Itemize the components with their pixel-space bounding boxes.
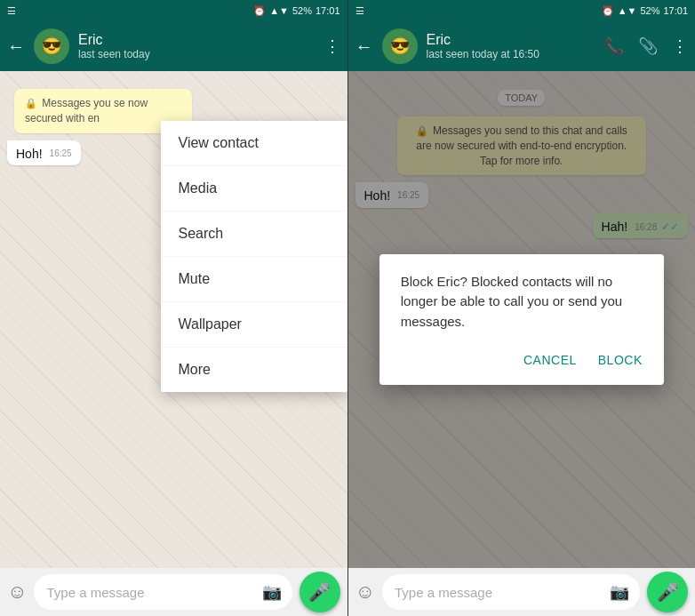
left-input-placeholder[interactable]: Type a message [46, 585, 144, 600]
left-emoji-button[interactable]: ☺ [7, 580, 27, 604]
right-header-info: Eric last seen today at 16:50 [427, 32, 596, 60]
dropdown-view-contact[interactable]: View contact [161, 121, 348, 166]
left-avatar-emoji: 😎 [42, 36, 61, 56]
right-time: 17:01 [663, 5, 688, 16]
block-dialog-actions: CANCEL BLOCK [401, 349, 643, 371]
left-contact-name[interactable]: Eric [78, 32, 316, 48]
dropdown-wallpaper[interactable]: Wallpaper [161, 302, 348, 348]
left-signal-icon: ▲▼ [269, 5, 289, 16]
right-mic-icon: 🎤 [657, 581, 679, 603]
block-button[interactable]: BLOCK [598, 349, 643, 371]
right-header-icons: 📞 📎 ⋮ [604, 36, 688, 56]
right-alarm-icon: ⏰ [602, 5, 614, 17]
left-more-icon[interactable]: ⋮ [324, 36, 340, 56]
left-dropdown-menu: View contact Media Search Mute Wallpaper… [161, 121, 348, 392]
right-contact-status: last seen today at 16:50 [427, 48, 596, 60]
left-status-right: ⏰ ▲▼ 52% 17:01 [253, 5, 340, 17]
right-emoji-button[interactable]: ☺ [355, 580, 375, 604]
dropdown-mute[interactable]: Mute [161, 257, 348, 302]
left-input-field-container: Type a message 📷 [34, 574, 292, 610]
right-mic-button[interactable]: 🎤 [647, 572, 688, 612]
left-mic-icon: 🎤 [308, 581, 331, 603]
left-bubble-1[interactable]: Hoh! 16:25 [7, 140, 81, 165]
left-header-icons: ⋮ [324, 36, 340, 56]
right-attach-icon[interactable]: 📎 [638, 36, 658, 56]
block-dialog-overlay: Block Eric? Blocked contacts will no lon… [348, 71, 696, 568]
right-status-left: ☰ [355, 5, 364, 17]
left-header-info: Eric last seen today [78, 32, 316, 60]
right-chat-bg: TODAY 🔒 Messages you send to this chat a… [348, 71, 696, 568]
left-status-bar: ☰ ⏰ ▲▼ 52% 17:01 [0, 0, 348, 21]
left-encryption-text: Messages you se now secured with en [25, 97, 148, 124]
right-avatar[interactable]: 😎 [382, 28, 418, 64]
right-notification-icon: ☰ [355, 5, 364, 17]
right-panel: ☰ ⏰ ▲▼ 52% 17:01 ← 😎 Eric last seen toda… [348, 0, 696, 616]
left-camera-icon[interactable]: 📷 [262, 582, 282, 602]
left-contact-status: last seen today [78, 48, 316, 60]
left-input-bar: ☺ Type a message 📷 🎤 [0, 568, 348, 616]
right-chat-header: ← 😎 Eric last seen today at 16:50 📞 📎 ⋮ [348, 21, 696, 71]
right-input-placeholder[interactable]: Type a message [395, 585, 492, 600]
block-dialog-text: Block Eric? Blocked contacts will no lon… [401, 272, 643, 332]
right-signal-icon: ▲▼ [618, 5, 637, 16]
right-input-bar: ☺ Type a message 📷 🎤 [348, 568, 696, 616]
right-avatar-emoji: 😎 [390, 36, 410, 56]
block-dialog: Block Eric? Blocked contacts will no lon… [379, 254, 664, 386]
right-status-bar: ☰ ⏰ ▲▼ 52% 17:01 [348, 0, 696, 21]
left-status-left: ☰ [7, 5, 16, 17]
left-avatar[interactable]: 😎 [34, 28, 69, 64]
right-camera-icon[interactable]: 📷 [610, 582, 629, 602]
left-mic-button[interactable]: 🎤 [300, 572, 340, 612]
dropdown-search[interactable]: Search [161, 212, 348, 257]
right-phone-icon[interactable]: 📞 [604, 36, 624, 56]
cancel-button[interactable]: CANCEL [523, 349, 577, 371]
right-input-field-container: Type a message 📷 [382, 574, 640, 610]
right-back-button[interactable]: ← [355, 36, 373, 57]
dropdown-media[interactable]: Media [161, 166, 348, 212]
left-time: 17:01 [316, 5, 340, 16]
left-panel: ☰ ⏰ ▲▼ 52% 17:01 ← 😎 Eric last seen toda… [0, 0, 348, 616]
left-notification-icon: ☰ [7, 5, 16, 17]
left-alarm-icon: ⏰ [253, 5, 266, 17]
left-msg-text-1: Hoh! [16, 147, 43, 161]
left-chat-bg: 🔒 Messages you se now secured with en Ho… [0, 71, 348, 568]
right-battery: 52% [640, 5, 659, 16]
right-status-right: ⏰ ▲▼ 52% 17:01 [602, 5, 688, 17]
left-battery: 52% [292, 5, 312, 16]
left-chat-header: ← 😎 Eric last seen today ⋮ [0, 21, 348, 71]
dropdown-more[interactable]: More [161, 348, 348, 392]
left-back-button[interactable]: ← [7, 36, 25, 57]
right-more-icon[interactable]: ⋮ [672, 36, 688, 56]
left-lock-icon: 🔒 [25, 98, 37, 108]
right-contact-name[interactable]: Eric [427, 32, 596, 48]
left-msg-time-1: 16:25 [50, 148, 72, 159]
